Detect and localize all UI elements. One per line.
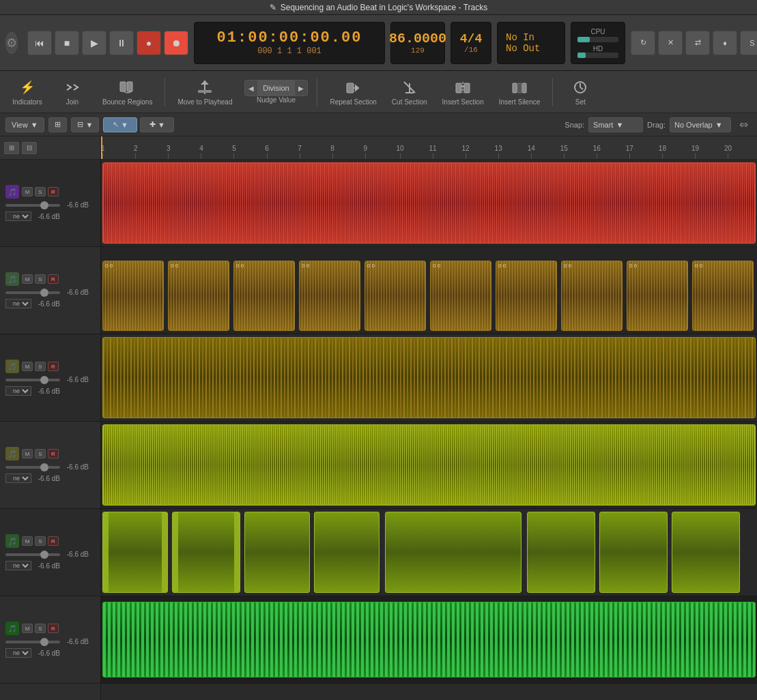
repeat-section-tool[interactable]: Repeat Section (324, 75, 382, 108)
track-4-record[interactable]: R (48, 449, 59, 458)
track-2-selector[interactable]: ne (5, 299, 31, 308)
insert-silence-tool[interactable]: Insert Silence (494, 75, 546, 108)
region-2-8[interactable]: 0 0 (561, 261, 623, 331)
pointer-tool-button[interactable]: ↖ ▼ (103, 117, 137, 132)
record-button[interactable]: ● (137, 31, 161, 55)
pause-button[interactable]: ⏸ (109, 31, 134, 55)
track-4-selector[interactable]: ne (5, 473, 31, 483)
track-1-solo[interactable]: S (35, 187, 46, 196)
region-2-4[interactable]: 0 0 (299, 261, 360, 331)
track-lane-4[interactable] (101, 422, 757, 509)
region-5-3[interactable] (244, 512, 310, 593)
track-1-mute[interactable]: M (22, 187, 33, 196)
swap-button[interactable]: ⇄ (685, 31, 710, 55)
tune-button[interactable]: ♦ (713, 31, 737, 55)
nudge-right-btn[interactable]: ▶ (295, 81, 307, 96)
track-lane-1[interactable] (101, 160, 757, 247)
set-tool[interactable]: Set (560, 75, 601, 108)
record-on-button[interactable]: ⏺ (164, 31, 188, 55)
filter-button[interactable]: ⊞ (48, 117, 67, 132)
track-2-solo[interactable]: S (35, 274, 46, 284)
track-lane-6[interactable] (101, 596, 757, 684)
play-button[interactable]: ▶ (82, 31, 106, 55)
time-signature-display[interactable]: 4/4 /16 (451, 22, 491, 64)
region-3-full[interactable] (102, 337, 756, 418)
region-5-5[interactable] (385, 512, 522, 593)
mute-button[interactable]: ✕ (658, 31, 683, 55)
track-3-mute[interactable]: M (22, 362, 33, 371)
nudge-left-btn[interactable]: ◀ (245, 81, 257, 96)
region-6-full[interactable] (102, 602, 756, 677)
region-5-7[interactable] (599, 512, 668, 593)
bpm-display[interactable]: 86.0000 129 (390, 22, 445, 64)
region-2-9[interactable]: 0 0 (627, 261, 688, 331)
track-lane-5[interactable] (101, 509, 757, 596)
track-3-record[interactable]: R (48, 362, 59, 371)
region-2-5[interactable]: 0 0 (365, 261, 426, 331)
move-to-playhead-tool[interactable]: Move to Playhead (172, 75, 238, 108)
region-2-6[interactable]: 0 0 (430, 261, 491, 331)
region-5-6[interactable] (527, 512, 595, 593)
track-2-buttons: M S R (22, 274, 59, 284)
track-1-record[interactable]: R (48, 187, 59, 196)
track-5-fader[interactable] (5, 553, 60, 556)
region-2-3[interactable]: 0 0 (233, 261, 295, 331)
track-3-solo[interactable]: S (35, 362, 46, 371)
track-6-mute[interactable]: M (22, 624, 33, 633)
region-5-1[interactable] (102, 512, 168, 593)
region-5-8[interactable] (672, 512, 740, 593)
track-2-record[interactable]: R (48, 274, 59, 284)
region-2-10[interactable]: 0 0 (692, 261, 754, 331)
snap-dropdown[interactable]: Smart ▼ (588, 117, 643, 132)
ruler[interactable]: 1234567891011121314151617181920 (101, 136, 757, 160)
track-6-solo[interactable]: S (35, 624, 46, 633)
region-2-1[interactable]: 0 0 (102, 261, 164, 331)
track-5-solo[interactable]: S (35, 536, 46, 546)
track-4-solo[interactable]: S (35, 449, 46, 458)
pointer-arrow: ▼ (121, 121, 128, 129)
track-lane-3[interactable] (101, 334, 757, 422)
playhead[interactable] (101, 136, 102, 159)
track-lane-2[interactable]: 0 0 0 0 0 0 0 0 0 0 (101, 247, 757, 334)
track-2-mute[interactable]: M (22, 274, 33, 284)
zoom-button[interactable]: ⇔ (735, 117, 752, 133)
region-2-2[interactable]: 0 0 (168, 261, 229, 331)
track-5-selector[interactable]: ne (5, 561, 31, 570)
tracks-scroll-area[interactable]: 0 0 0 0 0 0 0 0 0 0 (101, 160, 757, 700)
track-6-fader[interactable] (5, 641, 60, 643)
track-5-mute[interactable]: M (22, 536, 33, 546)
add-tool-button[interactable]: ✚ ▼ (140, 117, 174, 132)
view-dropdown-button[interactable]: View ▼ (5, 117, 44, 132)
track-4-fader[interactable] (5, 466, 60, 469)
s-button[interactable]: S (740, 31, 757, 55)
header-expand-btn[interactable]: ⊞ (4, 142, 19, 154)
track-3-fader[interactable] (5, 379, 60, 381)
region-2-7[interactable]: 0 0 (496, 261, 557, 331)
track-5-record[interactable]: R (48, 536, 59, 546)
track-1-selector[interactable]: ne (5, 212, 31, 221)
track-2-fader[interactable] (5, 291, 60, 294)
filter2-button[interactable]: ⊟ ▼ (71, 117, 100, 132)
no-in-label: No In (506, 32, 534, 43)
region-5-2[interactable] (172, 512, 240, 593)
tool-indicators[interactable]: ⚡ Indicators (7, 75, 48, 108)
drag-dropdown[interactable]: No Overlap ▼ (670, 117, 731, 132)
region-5-4[interactable] (314, 512, 380, 593)
join-tool[interactable]: Join (52, 75, 93, 108)
rewind-button[interactable]: ⏮ (27, 31, 52, 55)
track-3-selector[interactable]: ne (5, 386, 31, 396)
stop-button[interactable]: ■ (55, 31, 79, 55)
svg-line-18 (580, 87, 583, 89)
bounce-regions-tool[interactable]: Bounce Regions (97, 75, 158, 108)
track-4-mute[interactable]: M (22, 449, 33, 458)
track-6-record[interactable]: R (48, 624, 59, 633)
insert-section-tool[interactable]: Insert Section (437, 75, 489, 108)
region-1-full[interactable] (102, 162, 756, 244)
settings-gear-button[interactable]: ⚙ (5, 32, 18, 54)
region-4-full[interactable] (102, 424, 756, 506)
track-1-fader[interactable] (5, 204, 60, 207)
cut-section-tool[interactable]: Cut Section (386, 75, 433, 108)
sync-button[interactable]: ↻ (631, 31, 655, 55)
header-collapse-btn[interactable]: ⊟ (22, 142, 37, 154)
track-6-selector[interactable]: ne (5, 648, 31, 658)
